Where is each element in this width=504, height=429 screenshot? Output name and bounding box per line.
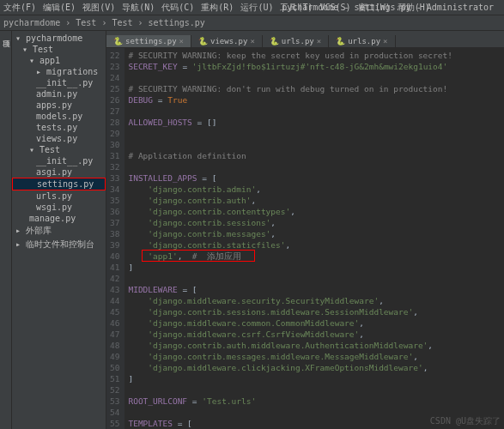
python-icon: 🐍 [113,37,123,45]
tree-item[interactable]: models.py [12,111,106,122]
tree-item[interactable]: __init__.py [12,77,106,88]
close-icon[interactable]: × [250,37,254,45]
tree-item[interactable]: wsgi.py [12,202,106,213]
menu-item[interactable]: 代码(C) [161,2,194,14]
tree-item[interactable]: apps.py [12,100,106,111]
close-icon[interactable]: × [317,37,321,45]
tree-item[interactable]: ▾ pycharmdome [12,33,106,44]
tree-item[interactable]: manage.py [12,213,106,224]
tree-item[interactable]: settings.py [12,178,106,190]
editor-tab[interactable]: 🐍settings.py× [106,35,191,47]
tree-item[interactable]: views.py [12,133,106,144]
tree-item[interactable]: urls.py [12,190,106,202]
python-icon: 🐍 [270,37,279,45]
editor-tabs: 🐍settings.py×🐍views.py×🐍urls.py×🐍urls.py… [106,31,504,48]
tree-item[interactable]: asgi.py [12,166,106,178]
tree-item[interactable]: ▸ 外部库 [12,224,106,238]
line-gutter: 2223242526272829303132333435363738394041… [106,48,124,429]
menu-item[interactable]: 文件(F) [3,2,36,14]
python-icon: 🐍 [336,37,345,45]
tree-item[interactable]: __init__.py [12,155,106,166]
tree-item[interactable]: ▾ app1 [12,55,106,66]
tree-item[interactable]: ▾ Test [12,44,106,55]
menu-item[interactable]: 视图(V) [82,2,115,14]
tree-item[interactable]: admin.py [12,88,106,100]
tree-item[interactable]: ▸ migrations [12,66,106,77]
tree-item[interactable]: tests.py [12,122,106,133]
code-editor[interactable]: 2223242526272829303132333435363738394041… [106,48,504,429]
menu-item[interactable]: 导航(N) [122,2,155,14]
menu-item[interactable]: 编辑(E) [43,2,76,14]
editor-tab[interactable]: 🐍urls.py× [263,35,329,47]
editor-tab[interactable]: 🐍views.py× [191,35,263,47]
menu-bar: 文件(F)编辑(E)视图(V)导航(N)代码(C)重构(R)运行(U)工具(T)… [0,0,504,15]
left-tool-bar: 项目 [0,31,12,429]
watermark: CSDN @U盘失踪了 [430,415,501,427]
project-tree: ▾ pycharmdome▾ Test▾ app1▸ migrations__i… [12,31,106,429]
editor-tab[interactable]: 🐍urls.py× [329,35,395,47]
tree-item[interactable]: ▸ 临时文件和控制台 [12,238,106,251]
project-tool-label[interactable]: 项目 [0,31,13,38]
tree-item[interactable]: ▾ Test [12,144,106,155]
highlight-box [142,250,255,262]
close-icon[interactable]: × [179,37,184,45]
python-icon: 🐍 [198,37,208,45]
menu-item[interactable]: 重构(R) [201,2,234,14]
breadcrumb-text: pycharmdome › Test › Test › settings.py [3,18,205,27]
code-content[interactable]: # SECURITY WARNING: keep the secret key … [124,48,504,429]
window-title: pycharmdome - settings.py - Administrato… [282,0,494,15]
menu-item[interactable]: 运行(U) [240,2,273,14]
breadcrumb: pycharmdome › Test › Test › settings.py [0,15,504,31]
close-icon[interactable]: × [383,37,387,45]
